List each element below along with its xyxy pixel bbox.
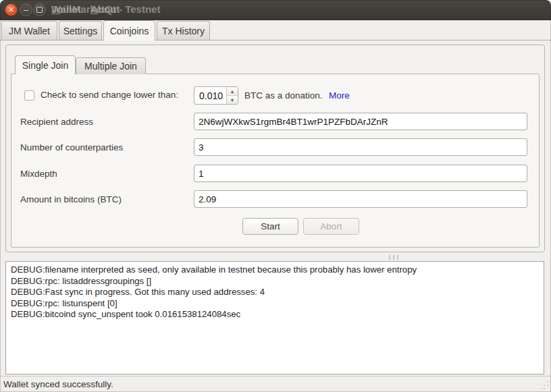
log-line: DEBUG:Fast sync in progress. Got this ma… — [11, 287, 539, 298]
menu-wallet[interactable]: Wallet — [51, 3, 81, 15]
tab-pane-top-border — [0, 40, 551, 40]
recipient-address-label: Recipient address — [20, 117, 93, 127]
donation-amount-spinner[interactable]: ▲ ▼ — [194, 86, 238, 105]
start-button[interactable]: Start — [242, 218, 298, 235]
amount-label: Amount in bitcoins (BTC) — [20, 194, 122, 204]
tab-settings[interactable]: Settings — [59, 21, 102, 40]
spinner-buttons: ▲ ▼ — [226, 87, 238, 104]
tab-jm-wallet[interactable]: JM Wallet — [1, 21, 57, 40]
recipient-address-input[interactable] — [194, 113, 527, 130]
donation-amount-input[interactable] — [194, 87, 226, 104]
status-bar: Wallet synced successfully. — [0, 376, 551, 392]
donation-suffix-label: BTC as a donation. — [244, 90, 323, 101]
donation-checkbox[interactable] — [24, 90, 34, 101]
tab-tx-history[interactable]: Tx History — [157, 21, 210, 40]
title-bar: ✕ – JoinMarketQt - Testnet Wallet About — [0, 0, 551, 20]
maximize-window-icon[interactable] — [33, 3, 46, 16]
close-window-icon[interactable]: ✕ — [5, 3, 18, 16]
log-line: DEBUG:bitcoind sync_unspent took 0.01615… — [11, 309, 539, 320]
subtab-multiple-join[interactable]: Multiple Join — [76, 57, 146, 74]
more-link[interactable]: More — [329, 90, 350, 101]
mixdepth-input[interactable] — [194, 165, 527, 182]
resize-grip-icon[interactable] — [547, 388, 548, 389]
log-line: DEBUG:filename interpreted as seed, only… — [11, 264, 539, 276]
minimize-window-icon[interactable]: – — [20, 3, 32, 16]
maximize-glyph — [36, 7, 43, 13]
mixdepth-label: Mixdepth — [20, 169, 57, 179]
spin-down-icon[interactable]: ▼ — [227, 96, 238, 104]
log-line: DEBUG:rpc: listunspent [0] — [11, 298, 539, 310]
spin-up-icon[interactable]: ▲ — [227, 87, 238, 96]
splitter-handle[interactable] — [389, 255, 400, 260]
subtab-single-join[interactable]: Single Join — [15, 55, 76, 74]
status-message: Wallet synced successfully. — [3, 379, 113, 389]
log-line: DEBUG:rpc: listaddressgroupings [] — [11, 276, 539, 287]
tab-coinjoins[interactable]: Coinjoins — [103, 20, 155, 40]
amount-input[interactable] — [194, 190, 527, 208]
menu-about[interactable]: About — [90, 3, 120, 15]
counterparties-label: Number of counterparties — [20, 142, 123, 152]
debug-log-area[interactable]: DEBUG:filename interpreted as seed, only… — [5, 261, 544, 374]
donation-checkbox-label: Check to send change lower than: — [41, 90, 178, 100]
counterparties-input[interactable] — [194, 138, 527, 156]
abort-button[interactable]: Abort — [303, 218, 359, 235]
